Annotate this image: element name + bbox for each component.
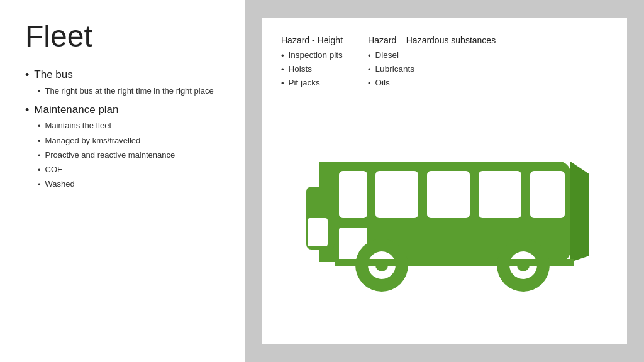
- list-item: Lubricants: [368, 64, 496, 75]
- svg-rect-6: [427, 171, 470, 218]
- hazards-row: Hazard - Height Inspection pits Hoists P…: [281, 35, 608, 92]
- main-bullet-list: The bus The right bus at the right time …: [25, 69, 226, 197]
- hazard-height-col: Hazard - Height Inspection pits Hoists P…: [281, 35, 343, 92]
- svg-rect-8: [530, 171, 565, 218]
- list-item: COF: [38, 165, 226, 176]
- page-title: Fleet: [25, 19, 226, 53]
- svg-rect-10: [308, 218, 328, 246]
- hazard-substances-col: Hazard – Hazardous substances Diesel Lub…: [368, 35, 496, 92]
- section-maintenance-plan-label: Maintenance plan: [25, 104, 226, 118]
- hazard-height-title: Hazard - Height: [281, 35, 343, 45]
- list-item: Inspection pits: [281, 50, 343, 62]
- list-item: The right bus at the right time in the r…: [38, 86, 226, 97]
- bus-svg: [300, 136, 589, 300]
- hazard-substances-list: Diesel Lubricants Oils: [368, 50, 496, 90]
- section-the-bus: The bus The right bus at the right time …: [25, 69, 226, 97]
- the-bus-sub-list: The right bus at the right time in the r…: [38, 86, 226, 97]
- hazard-substances-title: Hazard – Hazardous substances: [368, 35, 496, 45]
- svg-rect-4: [339, 171, 367, 218]
- right-panel: Hazard - Height Inspection pits Hoists P…: [245, 0, 644, 362]
- svg-rect-5: [375, 171, 418, 218]
- bus-illustration: [281, 105, 608, 332]
- list-item: Oils: [368, 78, 496, 89]
- svg-rect-7: [479, 171, 521, 218]
- list-item: Hoists: [281, 64, 343, 75]
- hazard-height-list: Inspection pits Hoists Pit jacks: [281, 50, 343, 90]
- section-the-bus-label: The bus: [25, 69, 226, 82]
- list-item: Pit jacks: [281, 78, 343, 89]
- list-item: Diesel: [368, 50, 496, 62]
- list-item: Proactive and reactive maintenance: [38, 150, 226, 162]
- list-item: Washed: [38, 179, 226, 190]
- left-panel: Fleet The bus The right bus at the right…: [0, 0, 245, 362]
- svg-rect-17: [335, 259, 574, 266]
- section-maintenance-plan: Maintenance plan Maintains the fleet Man…: [25, 104, 226, 191]
- list-item: Managed by kms/travelled: [38, 136, 226, 147]
- maintenance-sub-list: Maintains the fleet Managed by kms/trave…: [38, 121, 226, 190]
- content-card: Hazard - Height Inspection pits Hoists P…: [262, 18, 627, 344]
- list-item: Maintains the fleet: [38, 121, 226, 132]
- svg-marker-3: [570, 162, 589, 262]
